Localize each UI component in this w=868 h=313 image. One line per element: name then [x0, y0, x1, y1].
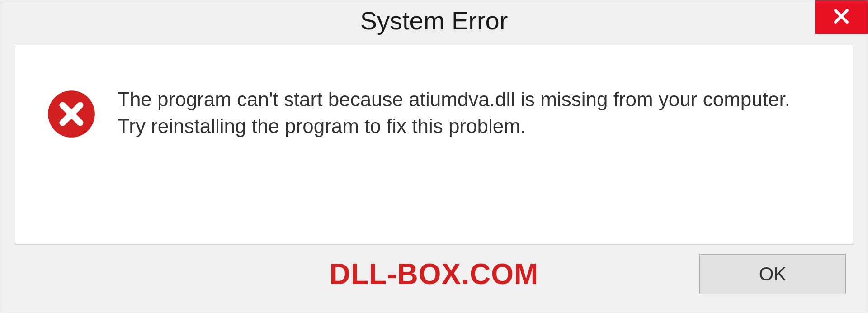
- error-circle-x-icon: [47, 132, 96, 140]
- dialog-content: The program can't start because atiumdva…: [15, 45, 853, 245]
- dialog-footer: DLL-BOX.COM OK: [0, 245, 868, 313]
- dialog-title: System Error: [360, 6, 508, 35]
- ok-button[interactable]: OK: [699, 254, 846, 294]
- error-icon-wrapper: [47, 86, 96, 140]
- watermark-text: DLL-BOX.COM: [330, 257, 539, 291]
- system-error-dialog: System Error The program can't start: [0, 0, 868, 313]
- error-message: The program can't start because atiumdva…: [118, 86, 821, 140]
- close-button[interactable]: [815, 0, 868, 34]
- close-icon: [831, 6, 851, 28]
- titlebar: System Error: [0, 0, 868, 45]
